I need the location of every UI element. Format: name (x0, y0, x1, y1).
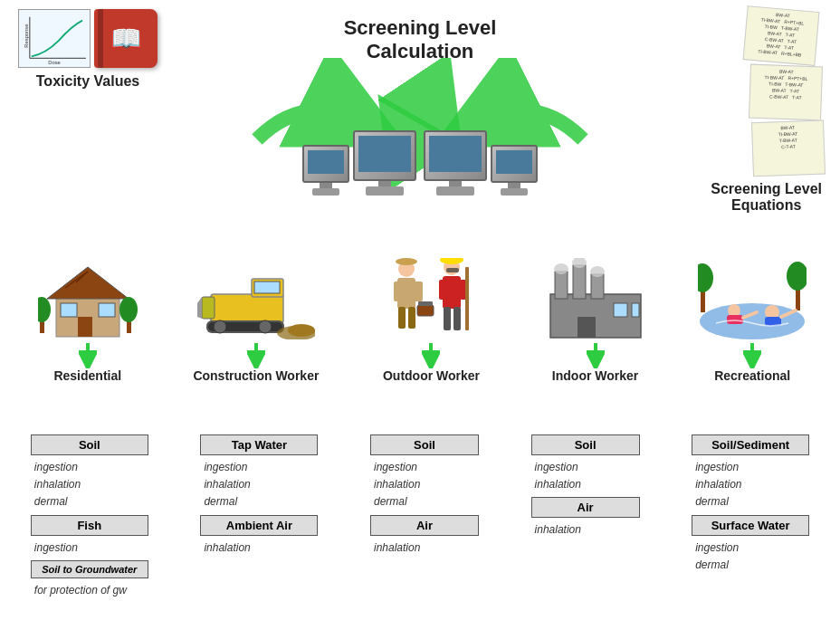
paper-3: BW-ATTI-BW-ATT-BW-ATC-T-AT (751, 120, 826, 177)
equations-label: Screening Level Equations (711, 181, 822, 214)
svg-rect-41 (439, 280, 447, 300)
group-label-outdoor: Outdoor Worker (383, 368, 480, 383)
svg-rect-20 (202, 297, 215, 319)
group-label-construction: Construction Worker (193, 368, 319, 383)
title-line1: Screening Level (344, 16, 497, 40)
paper-1: BW-ATTI-BW-AT R+PT+BLTI-BW T-BW-ATBW-AT … (743, 5, 820, 66)
svg-rect-17 (211, 294, 283, 323)
svg-point-13 (119, 297, 138, 322)
svg-rect-36 (399, 259, 414, 263)
book-icon: 📖 (94, 9, 158, 68)
pathway-box-fish: Fish (31, 515, 148, 536)
pathway-box-surfacewater: Surface Water (692, 515, 809, 536)
svg-point-63 (698, 263, 713, 292)
down-arrow-recreational (743, 343, 761, 368)
svg-rect-7 (78, 317, 92, 337)
svg-text:Response: Response (24, 24, 29, 48)
group-residential: Residential (29, 258, 147, 387)
svg-rect-8 (61, 303, 77, 317)
bulldozer-icon (197, 258, 315, 339)
pathway-items-soil-out: ingestioninhalationdermal (370, 459, 420, 511)
pathway-items-groundwater: for protection of gw (31, 582, 127, 599)
pathway-items-surfacewater: ingestiondermal (692, 539, 739, 574)
pathway-box-air-ind: Air (531, 497, 640, 518)
pathway-box-ambientair: Ambient Air (200, 515, 318, 536)
down-arrow-outdoor (422, 343, 440, 368)
pathway-box-air-out: Air (370, 515, 479, 536)
pathway-items-fish: ingestion (31, 539, 78, 557)
down-arrow-construction (247, 343, 265, 368)
computer-right-large (424, 130, 487, 196)
svg-rect-57 (614, 303, 627, 317)
svg-point-56 (590, 266, 605, 277)
computer-left-small (302, 145, 349, 196)
svg-point-27 (288, 324, 315, 337)
svg-rect-34 (408, 307, 415, 329)
svg-rect-19 (254, 282, 280, 293)
pathway-items-soil-res: ingestioninhalationdermal (31, 459, 81, 511)
group-label-recreational: Recreational (714, 368, 790, 383)
svg-rect-9 (99, 303, 115, 317)
pathway-box-groundwater: Soil to Groundwater (31, 560, 148, 578)
svg-rect-53 (591, 274, 604, 299)
main-title: Screening Level Calculation (344, 16, 497, 64)
svg-rect-67 (727, 315, 743, 324)
svg-rect-59 (578, 317, 596, 338)
title-line2: Calculation (344, 40, 497, 63)
svg-point-24 (214, 320, 226, 333)
svg-rect-58 (632, 303, 639, 317)
pathway-items-air-out: inhalation (370, 539, 420, 557)
pathway-box-tapwater: Tap Water (200, 434, 318, 455)
pathway-box-soil-ind: Soil (531, 434, 640, 455)
pathway-items-air-ind: inhalation (531, 521, 581, 539)
pathway-box-soil-res: Soil (31, 434, 148, 455)
svg-rect-70 (765, 317, 781, 326)
svg-rect-32 (414, 282, 423, 301)
svg-point-65 (787, 262, 807, 291)
svg-rect-48 (446, 268, 459, 272)
svg-text:Dose: Dose (48, 60, 61, 65)
swimmer-icon (698, 258, 807, 339)
svg-rect-47 (465, 267, 469, 330)
computer-right-small (491, 145, 538, 196)
pathway-box-soil-out: Soil (370, 434, 479, 455)
computers-block (320, 45, 520, 208)
house-icon (38, 258, 138, 339)
computer-left-large (353, 130, 416, 196)
svg-rect-38 (418, 301, 433, 306)
svg-rect-37 (417, 305, 434, 316)
pathway-items-ambientair: inhalation (200, 539, 250, 557)
group-recreational: Recreational (693, 258, 811, 387)
svg-rect-44 (453, 307, 461, 330)
pathway-items-soilsed: ingestioninhalationdermal (692, 459, 741, 511)
svg-rect-43 (444, 307, 451, 330)
group-outdoor: Outdoor Worker (366, 258, 497, 387)
svg-rect-31 (394, 282, 403, 301)
paper-2: BW-ATTI-BW-AT R+PT+BLTI-BW T-BW-ATBW-AT … (749, 64, 823, 121)
svg-point-66 (728, 304, 740, 317)
computers-row (302, 130, 538, 196)
pathway-col-outdoor: Soil ingestioninhalationdermal Air inhal… (370, 434, 479, 599)
group-label-indoor: Indoor Worker (552, 368, 638, 383)
toxicity-icons: Response Dose 📖 (18, 9, 158, 68)
svg-rect-51 (555, 272, 568, 299)
factory-icon (541, 258, 650, 339)
svg-point-11 (38, 297, 51, 322)
svg-point-61 (700, 303, 805, 339)
svg-rect-52 (573, 265, 586, 299)
down-arrow-residential (79, 343, 97, 368)
svg-rect-33 (398, 307, 406, 329)
pathway-items-tapwater: ingestioninhalationdermal (200, 459, 250, 511)
pathway-col-residential: Soil ingestioninhalationdermal Fish inge… (31, 434, 148, 599)
group-label-residential: Residential (53, 368, 121, 383)
equations-block: BW-ATTI-BW-AT R+PT+BLTI-BW T-BW-ATBW-AT … (711, 9, 822, 214)
toxicity-block: Response Dose 📖 Toxicity Values (18, 9, 158, 90)
pathway-items-soil-ind: ingestioninhalation (531, 459, 581, 493)
svg-marker-21 (197, 297, 202, 319)
papers-icon: BW-ATTI-BW-AT R+PT+BLTI-BW T-BW-ATBW-AT … (711, 9, 822, 176)
pathway-col-recreational: Soil/Sediment ingestioninhalationdermal … (692, 434, 809, 599)
pathway-box-soilsed: Soil/Sediment (692, 434, 809, 455)
pathway-col-indoor: Soil ingestioninhalation Air inhalation (531, 434, 640, 599)
group-indoor: Indoor Worker (537, 258, 654, 387)
toxicity-label: Toxicity Values (18, 73, 158, 90)
